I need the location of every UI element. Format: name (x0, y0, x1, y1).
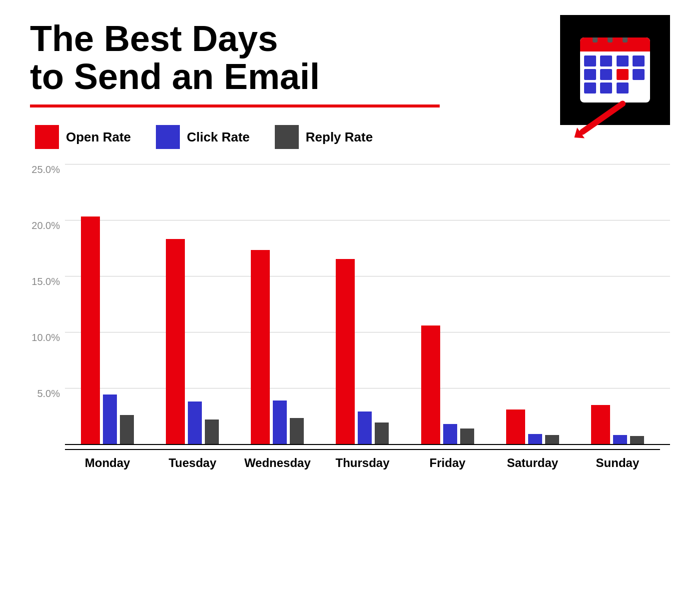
y-label-5: 5.0% (30, 388, 65, 400)
x-label-sunday: Sunday (575, 450, 660, 470)
click-rate-label: Click Rate (187, 130, 250, 145)
x-axis: MondayTuesdayWednesdayThursdayFridaySatu… (65, 449, 660, 470)
chart-area: 25.0% 20.0% 15.0% 10.0% 5.0% MondayTuesd… (30, 164, 670, 504)
header-area: The Best Days to Send an Email (30, 20, 670, 125)
day-group-sunday (575, 405, 660, 444)
bar-click-sunday (613, 435, 627, 444)
day-group-saturday (490, 410, 575, 444)
page-container: The Best Days to Send an Email (0, 0, 700, 600)
bars-container (65, 164, 660, 444)
bar-open-friday (421, 326, 440, 444)
x-label-saturday: Saturday (490, 450, 575, 470)
x-label-tuesday: Tuesday (150, 450, 235, 470)
bar-reply-thursday (375, 422, 389, 444)
day-group-thursday (320, 259, 405, 444)
red-divider (30, 104, 440, 108)
reply-rate-label: Reply Rate (306, 130, 373, 145)
bar-reply-monday (120, 415, 134, 444)
calendar-icon-box (560, 15, 670, 125)
bar-reply-saturday (545, 435, 559, 444)
day-group-tuesday (150, 239, 235, 444)
bar-open-thursday (336, 259, 355, 444)
x-label-friday: Friday (405, 450, 490, 470)
bar-click-saturday (528, 434, 542, 444)
day-group-monday (65, 216, 150, 444)
bar-click-wednesday (273, 400, 287, 444)
legend-item-click: Click Rate (156, 125, 250, 149)
day-group-friday (405, 326, 490, 444)
reply-rate-swatch (275, 125, 299, 149)
bar-click-friday (443, 424, 457, 444)
title-block: The Best Days to Send an Email (30, 20, 550, 122)
bar-reply-tuesday (205, 420, 219, 444)
x-label-monday: Monday (65, 450, 150, 470)
day-group-wednesday (235, 250, 320, 444)
x-label-wednesday: Wednesday (235, 450, 320, 470)
calendar-icon (575, 32, 655, 108)
baseline (65, 444, 670, 445)
bar-open-monday (81, 216, 100, 444)
y-label-10: 10.0% (30, 332, 65, 344)
y-label-15: 15.0% (30, 276, 65, 288)
bar-open-saturday (506, 410, 525, 444)
bar-reply-sunday (630, 436, 644, 444)
bar-reply-friday (460, 428, 474, 444)
bar-open-tuesday (166, 239, 185, 444)
legend-item-open: Open Rate (35, 125, 131, 149)
open-rate-swatch (35, 125, 59, 149)
legend-item-reply: Reply Rate (275, 125, 373, 149)
bar-open-wednesday (251, 250, 270, 444)
bar-open-sunday (591, 405, 610, 444)
y-label-25: 25.0% (30, 164, 65, 176)
page-title: The Best Days to Send an Email (30, 20, 550, 96)
bar-click-tuesday (188, 402, 202, 444)
bar-reply-wednesday (290, 418, 304, 444)
y-label-20: 20.0% (30, 220, 65, 232)
bar-click-thursday (358, 412, 372, 444)
click-rate-swatch (156, 125, 180, 149)
y-axis: 25.0% 20.0% 15.0% 10.0% 5.0% (30, 164, 65, 444)
x-label-thursday: Thursday (320, 450, 405, 470)
open-rate-label: Open Rate (66, 130, 131, 145)
bar-click-monday (103, 394, 117, 444)
